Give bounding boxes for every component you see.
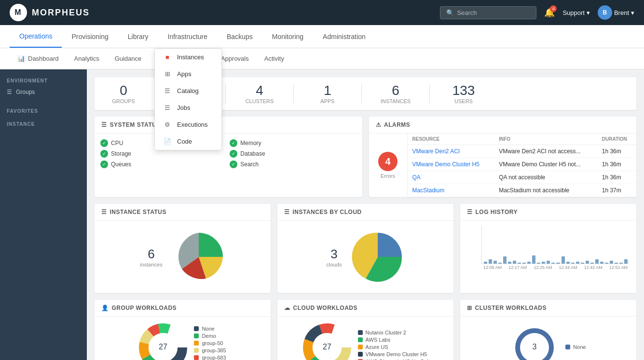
subnav-dashboard[interactable]: 📊 Dashboard xyxy=(10,49,67,68)
bar xyxy=(484,262,487,264)
bar xyxy=(503,256,507,264)
alarm-resource[interactable]: VMware Demo Cluster H5 xyxy=(408,158,494,171)
instance-pie-chart xyxy=(172,230,225,283)
table-row: VMware Den2 ACI VMware Den2 ACI not acce… xyxy=(408,145,637,158)
alarms-icon: ⚠ xyxy=(376,121,382,128)
subnav-activity[interactable]: Activity xyxy=(257,49,292,68)
group-pie-svg: 27 xyxy=(139,323,187,360)
table-row: VMware Demo Cluster H5 VMware Demo Clust… xyxy=(408,158,637,171)
dropdown-item-apps[interactable]: ⊞ Apps xyxy=(155,66,221,82)
bar xyxy=(624,259,628,264)
cloud-workloads-svg: 27 xyxy=(303,323,351,360)
bar xyxy=(498,263,502,264)
sidebar-item-groups[interactable]: ☰ Groups xyxy=(0,85,87,99)
dropdown-item-instances[interactable]: ■ Instances xyxy=(155,49,221,66)
dropdown-item-catalog[interactable]: ☰ Catalog xyxy=(155,82,221,99)
dropdown-item-executions[interactable]: ⚙ Executions xyxy=(155,116,221,133)
bar xyxy=(610,261,613,264)
cloud-pie-svg xyxy=(351,230,404,283)
cloud-workloads-chart: 27 Nutanix Cluster 2 AWS Labs xyxy=(277,317,453,360)
cpu-check-icon: ✓ xyxy=(100,139,108,147)
instance-section-label: INSTANCE xyxy=(0,118,87,129)
apps-icon: ⊞ xyxy=(163,70,172,78)
dropdown-item-code[interactable]: 📄 Code xyxy=(155,133,221,150)
alarms-section: 4 Errors RESOURCE INFO DURATION xyxy=(369,133,637,197)
support-button[interactable]: Support ▾ xyxy=(562,9,590,16)
bar xyxy=(532,255,535,264)
user-menu-button[interactable]: B Brent ▾ xyxy=(598,5,634,20)
cluster-pie-container: 3 xyxy=(510,323,559,360)
bar xyxy=(619,263,623,264)
instances-icon: ■ xyxy=(163,53,172,61)
dropdown-item-jobs[interactable]: ☰ Jobs xyxy=(155,99,221,116)
legend-demo: Demo xyxy=(194,333,226,339)
log-history-icon: ☰ xyxy=(467,209,473,215)
svg-text:27: 27 xyxy=(323,343,331,351)
stat-users: 133 Users xyxy=(444,83,483,104)
alarm-duration: 1h 36m xyxy=(597,158,636,171)
nav-item-library[interactable]: Library xyxy=(118,25,158,48)
stat-groups-value: 0 xyxy=(104,83,143,98)
alarm-resource[interactable]: VMware Den2 ACI xyxy=(408,145,494,158)
user-chevron-icon: ▾ xyxy=(631,9,634,16)
bottom-row: 👤 GROUP WORKLOADS 27 xyxy=(95,300,636,360)
nav-item-provisioning[interactable]: Provisioning xyxy=(62,25,118,48)
legend-dot-none xyxy=(194,326,199,331)
alarm-resource[interactable]: MacStadium xyxy=(408,184,494,197)
alarm-info: QA not accessible xyxy=(494,171,597,184)
group-workloads-header: 👤 GROUP WORKLOADS xyxy=(95,300,271,317)
bar xyxy=(513,261,516,264)
search-check-icon: ✓ xyxy=(230,160,237,168)
bar xyxy=(489,259,492,264)
group-pie-container: 27 xyxy=(139,323,187,360)
cloud-workloads-legend: Nutanix Cluster 2 AWS Labs Azure US xyxy=(358,330,428,360)
cloud-workloads-header: ☁ CLOUD WORKLOADS xyxy=(277,300,453,317)
legend-dot-group50 xyxy=(194,341,199,346)
subnav-guidance[interactable]: Guidance xyxy=(107,49,150,68)
user-name: Brent xyxy=(614,9,629,16)
group-workloads-card: 👤 GROUP WORKLOADS 27 xyxy=(95,300,271,360)
nav-item-infrastructure[interactable]: Infrastructure xyxy=(158,25,217,48)
bar xyxy=(571,263,575,264)
stat-users-label: Users xyxy=(444,98,483,104)
instance-status-chart: 6 instances xyxy=(95,221,271,293)
cluster-workloads-card: ⊞ CLUSTER WORKLOADS 3 None xyxy=(460,300,636,360)
legend-dot-nutanix xyxy=(358,330,363,335)
bar xyxy=(562,256,565,264)
legend-group385: group-385 xyxy=(194,347,226,353)
alarm-col-info: INFO xyxy=(494,133,597,145)
stat-clusters-value: 4 xyxy=(240,83,279,98)
legend-cluster-none: None xyxy=(565,344,586,350)
nav-item-backups[interactable]: Backups xyxy=(217,25,262,48)
notifications-button[interactable]: 🔔 4 xyxy=(544,7,555,18)
status-grid: ✓ CPU ✓ Memory ✓ Storage ✓ Database xyxy=(95,133,362,174)
bar xyxy=(595,259,599,264)
groups-icon: ☰ xyxy=(7,89,12,95)
database-check-icon: ✓ xyxy=(230,150,237,158)
logo[interactable]: M MORPHEUS xyxy=(10,4,90,21)
legend-dot-group385 xyxy=(194,348,199,353)
alarm-resource[interactable]: QA xyxy=(408,171,494,184)
brand-name: MORPHEUS xyxy=(32,8,90,18)
subnav-analytics[interactable]: Analytics xyxy=(67,49,107,68)
legend-vmware: VMware Demo Cluster H5 xyxy=(358,351,428,357)
stat-users-value: 133 xyxy=(444,83,483,98)
catalog-icon: ☰ xyxy=(163,87,172,94)
stat-groups-label: Groups xyxy=(104,98,143,104)
search-box[interactable]: 🔍 xyxy=(440,6,536,19)
nav-item-operations[interactable]: Operations xyxy=(10,25,62,48)
cloud-workloads-card: ☁ CLOUD WORKLOADS 27 xyxy=(277,300,453,360)
alarm-duration: 1h 37m xyxy=(597,184,636,197)
stat-apps: 1 Apps xyxy=(308,83,347,104)
bar xyxy=(493,261,497,264)
instance-status-card: ☰ INSTANCE STATUS 6 instances xyxy=(95,204,271,293)
legend-awsnorcal: AWS Channels US NorCal xyxy=(358,359,428,360)
log-chart: 12:08 AM 12:17 AM 12:25 AM 12:34 AM 12:4… xyxy=(460,221,636,274)
group-workloads-chart: 27 None Demo xyxy=(95,317,271,360)
nav-item-administration[interactable]: Administration xyxy=(313,25,375,48)
status-search: ✓ Search xyxy=(230,160,356,168)
nav-item-monitoring[interactable]: Monitoring xyxy=(262,25,313,48)
search-input[interactable] xyxy=(457,9,534,16)
bar xyxy=(542,262,545,264)
bar xyxy=(537,263,540,264)
